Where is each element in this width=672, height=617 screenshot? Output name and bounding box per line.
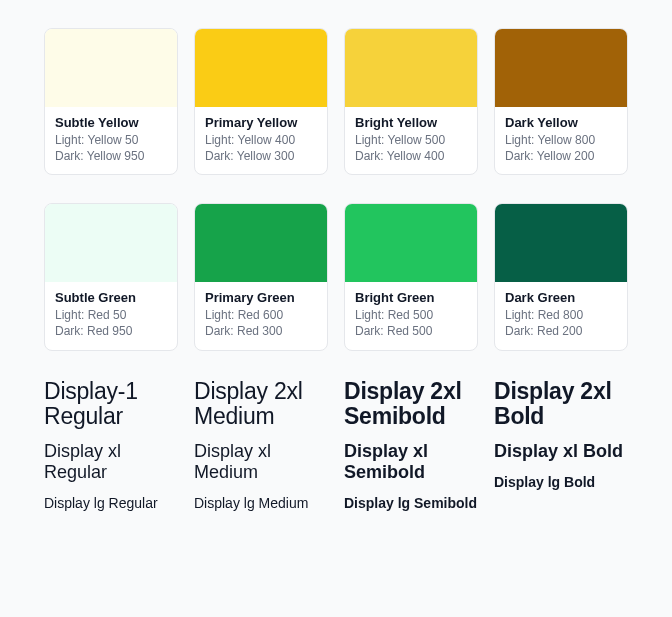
type-sample-2xl: Display 2xl Bold: [494, 379, 628, 430]
swatch-meta: Bright Yellow Light: Yellow 500 Dark: Ye…: [345, 107, 477, 174]
swatch-meta: Primary Yellow Light: Yellow 400 Dark: Y…: [195, 107, 327, 174]
swatch-fill: [345, 204, 477, 282]
swatch-fill: [45, 29, 177, 107]
swatch-name: Primary Green: [205, 290, 317, 307]
swatch-light: Light: Yellow 800: [505, 132, 617, 148]
swatch-fill: [345, 29, 477, 107]
swatch-dark: Dark: Yellow 200: [505, 148, 617, 164]
type-sample-lg: Display lg Regular: [44, 495, 178, 512]
swatch-card: Bright Green Light: Red 500 Dark: Red 50…: [344, 203, 478, 350]
type-sample-xl: Display xl Regular: [44, 441, 178, 482]
swatch-light: Light: Red 600: [205, 307, 317, 323]
type-sample-lg: Display lg Medium: [194, 495, 328, 512]
swatch-card: Dark Yellow Light: Yellow 800 Dark: Yell…: [494, 28, 628, 175]
swatch-dark: Dark: Red 500: [355, 323, 467, 339]
swatch-meta: Dark Yellow Light: Yellow 800 Dark: Yell…: [495, 107, 627, 174]
swatch-card: Subtle Green Light: Red 50 Dark: Red 950: [44, 203, 178, 350]
swatch-name: Dark Green: [505, 290, 617, 307]
type-sample-xl: Display xl Bold: [494, 441, 628, 462]
type-sample-xl: Display xl Medium: [194, 441, 328, 482]
type-sample-2xl: Display 2xl Semibold: [344, 379, 478, 430]
swatch-name: Subtle Yellow: [55, 115, 167, 132]
type-col-bold: Display 2xl Bold Display xl Bold Display…: [494, 379, 628, 512]
type-sample-lg: Display lg Semibold: [344, 495, 478, 512]
type-sample-2xl: Display-1 Regular: [44, 379, 178, 430]
swatch-name: Bright Green: [355, 290, 467, 307]
swatch-meta: Primary Green Light: Red 600 Dark: Red 3…: [195, 282, 327, 349]
type-sample-lg: Display lg Bold: [494, 474, 628, 491]
swatch-dark: Dark: Red 300: [205, 323, 317, 339]
swatch-meta: Subtle Yellow Light: Yellow 50 Dark: Yel…: [45, 107, 177, 174]
swatch-light: Light: Red 500: [355, 307, 467, 323]
swatch-name: Dark Yellow: [505, 115, 617, 132]
swatch-card: Bright Yellow Light: Yellow 500 Dark: Ye…: [344, 28, 478, 175]
swatch-fill: [195, 29, 327, 107]
swatch-dark: Dark: Red 200: [505, 323, 617, 339]
swatch-light: Light: Red 50: [55, 307, 167, 323]
swatch-light: Light: Yellow 400: [205, 132, 317, 148]
swatch-name: Bright Yellow: [355, 115, 467, 132]
swatch-dark: Dark: Yellow 950: [55, 148, 167, 164]
swatch-light: Light: Red 800: [505, 307, 617, 323]
swatch-light: Light: Yellow 500: [355, 132, 467, 148]
swatch-dark: Dark: Red 950: [55, 323, 167, 339]
swatch-fill: [45, 204, 177, 282]
swatch-card: Subtle Yellow Light: Yellow 50 Dark: Yel…: [44, 28, 178, 175]
swatch-dark: Dark: Yellow 300: [205, 148, 317, 164]
type-col-medium: Display 2xl Medium Display xl Medium Dis…: [194, 379, 328, 512]
swatch-meta: Subtle Green Light: Red 50 Dark: Red 950: [45, 282, 177, 349]
swatch-card: Primary Yellow Light: Yellow 400 Dark: Y…: [194, 28, 328, 175]
type-sample-xl: Display xl Semibold: [344, 441, 478, 482]
swatch-name: Subtle Green: [55, 290, 167, 307]
type-col-regular: Display-1 Regular Display xl Regular Dis…: [44, 379, 178, 512]
swatch-card: Primary Green Light: Red 600 Dark: Red 3…: [194, 203, 328, 350]
swatch-dark: Dark: Yellow 400: [355, 148, 467, 164]
swatch-light: Light: Yellow 50: [55, 132, 167, 148]
typography-section: Display-1 Regular Display xl Regular Dis…: [44, 379, 628, 512]
swatch-fill: [495, 29, 627, 107]
swatch-name: Primary Yellow: [205, 115, 317, 132]
swatch-meta: Dark Green Light: Red 800 Dark: Red 200: [495, 282, 627, 349]
swatch-card: Dark Green Light: Red 800 Dark: Red 200: [494, 203, 628, 350]
swatch-meta: Bright Green Light: Red 500 Dark: Red 50…: [345, 282, 477, 349]
swatch-row-yellow: Subtle Yellow Light: Yellow 50 Dark: Yel…: [44, 28, 628, 175]
type-col-semibold: Display 2xl Semibold Display xl Semibold…: [344, 379, 478, 512]
type-sample-2xl: Display 2xl Medium: [194, 379, 328, 430]
swatch-fill: [195, 204, 327, 282]
swatch-row-green: Subtle Green Light: Red 50 Dark: Red 950…: [44, 203, 628, 350]
swatch-fill: [495, 204, 627, 282]
